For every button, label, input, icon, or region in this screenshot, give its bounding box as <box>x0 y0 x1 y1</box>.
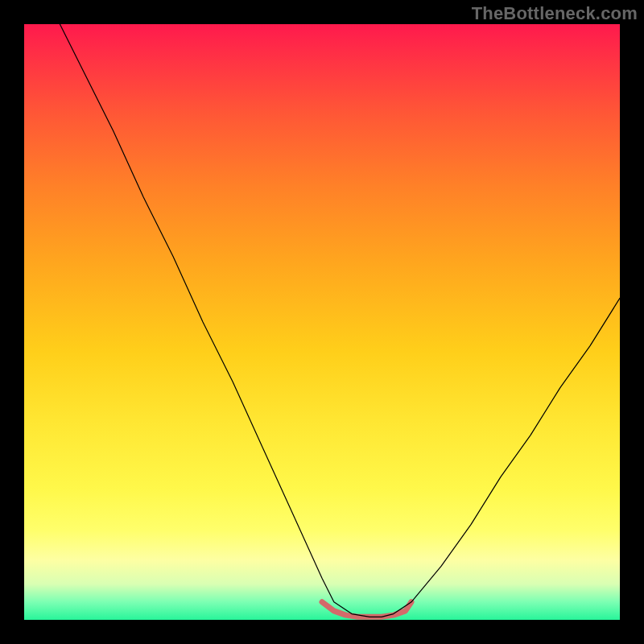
watermark-text: TheBottleneck.com <box>472 3 638 24</box>
bottleneck-curve <box>60 24 620 617</box>
plot-area <box>24 24 620 620</box>
curve-layer <box>24 24 620 620</box>
sweet-spot-band <box>322 602 411 617</box>
chart-frame: TheBottleneck.com <box>0 0 644 644</box>
